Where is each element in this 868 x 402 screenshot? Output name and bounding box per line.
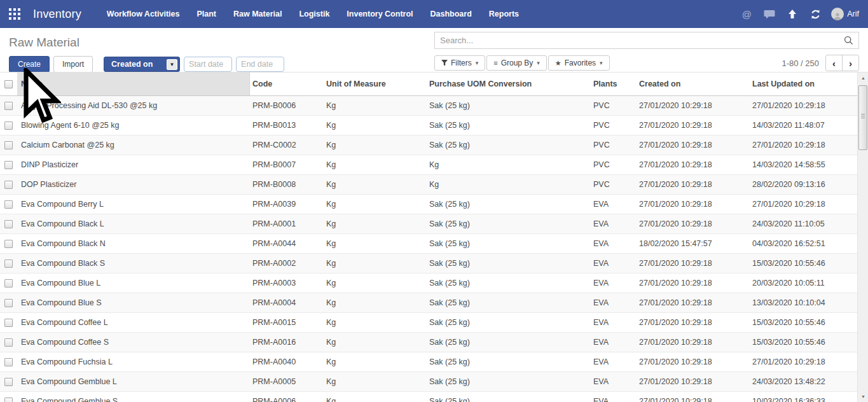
cell-plant: EVA <box>591 219 637 228</box>
cell-code: PRM-B0008 <box>250 180 324 189</box>
table-row[interactable]: Eva Compound Coffee L PRM-A0015 Kg Sak (… <box>0 313 857 333</box>
table-row[interactable]: DOP Plasticizer PRM-B0008 Kg Kg PVC 27/0… <box>0 175 857 195</box>
list-view: Name Code Unit of Measure Purchase UOM C… <box>0 72 868 402</box>
column-header-last-updated-on[interactable]: Last Updated on <box>750 73 857 95</box>
vertical-scrollbar[interactable]: ▲ ▼ <box>857 73 868 402</box>
pager-previous-button[interactable]: ‹ <box>825 55 843 71</box>
messages-icon[interactable] <box>762 10 776 19</box>
start-date-input[interactable] <box>184 57 232 72</box>
create-button[interactable]: Create <box>9 56 50 73</box>
search-input[interactable] <box>435 36 839 45</box>
cell-created-on: 27/01/2020 10:29:18 <box>637 121 750 130</box>
pager-next-button[interactable]: › <box>842 55 859 71</box>
row-checkbox[interactable] <box>4 181 13 189</box>
row-checkbox[interactable] <box>4 260 13 268</box>
table-row[interactable]: Eva Compound Black N PRM-A0044 Kg Sak (2… <box>0 234 857 254</box>
column-header-code[interactable]: Code <box>250 73 324 95</box>
cell-name: Eva Compound Black S <box>17 259 250 268</box>
nav-item-reports[interactable]: Reports <box>489 10 519 18</box>
table-row[interactable]: Eva Compound Gemblue L PRM-A0005 Kg Sak … <box>0 372 857 392</box>
table-row[interactable]: Blowing Agent 6-10 @25 kg PRM-B0013 Kg S… <box>0 116 857 135</box>
row-checkbox[interactable] <box>4 319 13 327</box>
cell-uom: Kg <box>324 180 427 189</box>
upload-arrow-icon[interactable] <box>785 9 799 19</box>
row-checkbox[interactable] <box>4 338 13 347</box>
nav-item-inventory-control[interactable]: Inventory Control <box>347 10 413 18</box>
nav-item-workflow-activities[interactable]: Workflow Activities <box>107 10 180 18</box>
top-navbar: Inventory Workflow Activities Plant Raw … <box>0 0 868 28</box>
cell-plant: EVA <box>591 338 637 347</box>
user-name: Arif <box>847 10 859 18</box>
scrollbar-thumb[interactable] <box>858 85 867 150</box>
refresh-icon[interactable] <box>808 9 822 20</box>
table-row[interactable]: DINP Plasticizer PRM-B0007 Kg Kg PVC 27/… <box>0 155 857 175</box>
group-by-button[interactable]: ≡ Group By ▾ <box>486 55 547 71</box>
scroll-down-icon[interactable]: ▼ <box>858 391 868 402</box>
table-row[interactable]: Eva Compound Gemblue S PRM-A0006 Kg Sak … <box>0 392 857 402</box>
row-checkbox-cell <box>0 121 17 130</box>
nav-item-dashboard[interactable]: Dashboard <box>431 10 472 18</box>
row-checkbox[interactable] <box>4 398 13 402</box>
table-row[interactable]: Eva Compound Black L PRM-A0001 Kg Sak (2… <box>0 214 857 234</box>
row-checkbox[interactable] <box>4 378 13 386</box>
table-row[interactable]: Acrylic Processing Aid DL-530 @25 kg PRM… <box>0 96 857 116</box>
cell-created-on: 18/02/2020 15:47:57 <box>637 239 750 248</box>
scroll-up-icon[interactable]: ▲ <box>858 73 868 83</box>
row-checkbox[interactable] <box>4 358 13 366</box>
cell-plant: EVA <box>591 397 637 402</box>
cell-code: PRM-B0006 <box>250 101 324 110</box>
table-row[interactable]: Eva Compound Fuchsia L PRM-A0040 Kg Sak … <box>0 352 857 372</box>
row-checkbox[interactable] <box>4 102 13 110</box>
cell-purchase-uom: Kg <box>427 160 591 169</box>
row-checkbox-cell <box>0 279 17 288</box>
cell-last-updated-on: 15/03/2020 10:55:46 <box>750 259 857 268</box>
nav-item-plant[interactable]: Plant <box>196 10 216 18</box>
table-row[interactable]: Eva Compound Coffee S PRM-A0016 Kg Sak (… <box>0 333 857 352</box>
row-checkbox-cell <box>0 240 17 248</box>
nav-item-logistik[interactable]: Logistik <box>299 10 329 18</box>
nav-item-raw-material[interactable]: Raw Material <box>233 10 282 18</box>
app-title[interactable]: Inventory <box>33 8 81 21</box>
search-icon[interactable] <box>839 36 858 45</box>
date-filter-select[interactable]: Created on ▼ <box>104 57 180 72</box>
cell-plant: EVA <box>591 298 637 307</box>
cell-code: PRM-A0003 <box>250 279 324 288</box>
row-checkbox[interactable] <box>4 121 13 130</box>
row-checkbox[interactable] <box>4 299 13 307</box>
table-row[interactable]: Calcium Carbonat @25 kg PRM-C0002 Kg Sak… <box>0 135 857 155</box>
apps-grid-icon[interactable] <box>9 8 20 20</box>
caret-down-icon: ▾ <box>537 60 540 66</box>
row-checkbox[interactable] <box>4 279 13 288</box>
table-row[interactable]: Eva Compound Black S PRM-A0002 Kg Sak (2… <box>0 254 857 274</box>
table-row[interactable]: Eva Compound Blue L PRM-A0003 Kg Sak (25… <box>0 274 857 293</box>
cell-plant: PVC <box>591 180 637 189</box>
table-row[interactable]: Eva Compound Berry L PRM-A0039 Kg Sak (2… <box>0 195 857 214</box>
import-button[interactable]: Import <box>53 56 93 73</box>
cell-purchase-uom: Sak (25 kg) <box>427 200 591 209</box>
end-date-input[interactable] <box>236 57 284 72</box>
row-checkbox[interactable] <box>4 220 13 228</box>
mentions-icon[interactable]: @ <box>740 9 754 20</box>
cell-code: PRM-B0013 <box>250 121 324 130</box>
row-checkbox[interactable] <box>4 161 13 169</box>
row-checkbox[interactable] <box>4 141 13 149</box>
cell-purchase-uom: Sak (25 kg) <box>427 101 591 110</box>
user-menu[interactable]: Arif <box>831 8 859 20</box>
column-header-uom[interactable]: Unit of Measure <box>324 73 427 95</box>
table-row[interactable]: Eva Compound Blue S PRM-A0004 Kg Sak (25… <box>0 293 857 313</box>
cell-name: Eva Compound Fuchsia L <box>17 357 250 366</box>
row-checkbox[interactable] <box>4 200 13 209</box>
row-checkbox-cell <box>0 358 17 366</box>
favorites-button[interactable]: ★ Favorites ▾ <box>548 55 610 71</box>
select-all-checkbox[interactable] <box>4 80 13 88</box>
cell-plant: EVA <box>591 259 637 268</box>
filters-button[interactable]: Filters ▾ <box>434 55 485 71</box>
column-header-purchase-uom[interactable]: Purchase UOM Conversion <box>427 73 591 95</box>
column-header-plants[interactable]: Plants <box>591 73 637 95</box>
row-checkbox[interactable] <box>4 240 13 248</box>
main-menu: Workflow Activities Plant Raw Material L… <box>107 10 536 18</box>
cell-last-updated-on: 24/03/2020 13:48:22 <box>750 377 857 386</box>
column-header-created-on[interactable]: Created on <box>637 73 750 95</box>
column-header-name[interactable]: Name <box>17 73 250 95</box>
row-checkbox-cell <box>0 220 17 228</box>
